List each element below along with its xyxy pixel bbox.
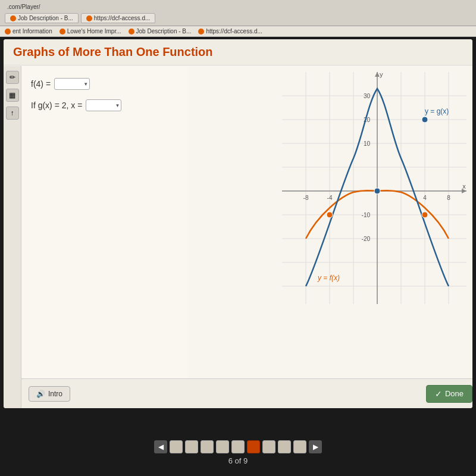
bookmark-ent-info[interactable]: ent Information — [5, 28, 52, 35]
tab-icon-1 — [10, 15, 16, 21]
nav-dot-6[interactable] — [247, 440, 260, 453]
svg-text:-8: -8 — [303, 195, 309, 201]
prev-button[interactable]: ◀ — [154, 440, 167, 453]
bookmarks-bar: ent Information Lowe's Home Impr... Job … — [0, 26, 476, 37]
bookmark-label-4: https://dcf-access.d... — [206, 28, 262, 35]
question-f4: f(4) = 5 10 -10 ▼ — [31, 78, 178, 90]
svg-point-35 — [327, 212, 333, 218]
tab-job-description[interactable]: Job Description - B... — [5, 13, 79, 23]
f4-dropdown-wrapper[interactable]: 5 10 -10 ▼ — [54, 78, 90, 90]
nav-dot-1[interactable] — [170, 440, 183, 453]
tab-label-1: Job Description - B... — [18, 15, 73, 21]
browser-tabs: Job Description - B... https://dcf-acces… — [5, 11, 471, 23]
bookmark-icon-3 — [129, 29, 134, 35]
bottom-bar: 🔊 Intro ✓ Done — [21, 378, 472, 408]
calculator-button[interactable]: ▦ — [6, 89, 19, 102]
svg-point-33 — [422, 117, 428, 123]
svg-point-34 — [422, 212, 428, 218]
calculator-icon: ▦ — [9, 91, 15, 99]
svg-text:-10: -10 — [362, 212, 371, 218]
question-gx: If g(x) = 2, x = 0 1 -1 ▼ — [31, 99, 178, 111]
bookmark-dcf[interactable]: https://dcf-access.d... — [198, 28, 262, 35]
bookmark-lowes[interactable]: Lowe's Home Impr... — [60, 28, 121, 35]
screen-content: Graphs of More Than One Function ✏ ▦ ↑ f… — [4, 39, 472, 408]
tab-icon-2 — [86, 15, 92, 21]
svg-text:y = g(x): y = g(x) — [425, 107, 449, 115]
next-button[interactable]: ▶ — [309, 440, 322, 453]
svg-text:y = f(x): y = f(x) — [317, 274, 340, 282]
question-gx-label: If g(x) = 2, x = 0 1 -1 ▼ — [31, 99, 178, 111]
bookmark-label-3: Job Description - B... — [136, 28, 192, 35]
done-button[interactable]: ✓ Done — [426, 385, 472, 403]
pencil-button[interactable]: ✏ — [6, 71, 19, 84]
nav-dot-2[interactable] — [185, 440, 198, 453]
svg-text:8: 8 — [447, 195, 450, 201]
page-indicator: 6 of 9 — [228, 456, 248, 465]
page-title-bar: Graphs of More Than One Function — [4, 39, 472, 65]
nav-dot-5[interactable] — [231, 440, 245, 453]
bookmark-label-1: ent Information — [12, 28, 52, 35]
question-f4-label: f(4) = 5 10 -10 ▼ — [31, 78, 178, 90]
url-bar[interactable]: .com/Player/ — [7, 4, 40, 10]
f4-text: f(4) = — [31, 79, 51, 89]
bookmark-label-2: Lowe's Home Impr... — [67, 28, 121, 35]
page-title: Graphs of More Than One Function — [13, 45, 213, 58]
graph-area: -8 -4 4 8 x 30 20 10 -10 -20 y — [188, 66, 472, 378]
intro-label: Intro — [48, 390, 62, 398]
f4-select[interactable]: 5 10 -10 — [54, 78, 90, 90]
svg-text:-4: -4 — [327, 195, 333, 201]
bookmark-icon-4 — [198, 29, 204, 35]
nav-dot-7[interactable] — [262, 440, 275, 453]
up-arrow-button[interactable]: ↑ — [6, 107, 19, 120]
tab-dcf-access[interactable]: https://dcf-access.d... — [81, 13, 155, 23]
graph-svg: -8 -4 4 8 x 30 20 10 -10 -20 y — [270, 66, 472, 316]
bookmark-job-desc[interactable]: Job Description - B... — [129, 28, 192, 35]
gx-select[interactable]: 0 1 -1 — [86, 99, 121, 111]
svg-text:10: 10 — [364, 140, 371, 147]
nav-dot-8[interactable] — [278, 440, 291, 453]
up-arrow-icon: ↑ — [11, 109, 14, 117]
nav-dot-3[interactable] — [201, 440, 214, 453]
bookmark-icon-1 — [5, 29, 11, 35]
left-panel: f(4) = 5 10 -10 ▼ If g(x) = 2, x = — [21, 66, 188, 378]
svg-text:y: y — [380, 71, 383, 78]
nav-dot-9[interactable] — [293, 440, 306, 453]
left-toolbar: ✏ ▦ ↑ — [4, 66, 21, 408]
tab-label-2: https://dcf-access.d... — [94, 15, 150, 21]
svg-text:4: 4 — [423, 195, 427, 201]
svg-text:x: x — [462, 183, 466, 190]
gx-dropdown-wrapper[interactable]: 0 1 -1 ▼ — [86, 99, 121, 111]
intro-button[interactable]: 🔊 Intro — [29, 386, 70, 402]
svg-point-32 — [374, 188, 380, 194]
done-label: Done — [445, 389, 464, 398]
svg-text:30: 30 — [364, 93, 371, 99]
svg-text:-20: -20 — [362, 236, 371, 242]
browser-chrome: .com/Player/ Job Description - B... http… — [0, 0, 476, 26]
bookmark-icon-2 — [60, 29, 65, 35]
intro-speaker-icon: 🔊 — [36, 390, 45, 398]
nav-dot-4[interactable] — [216, 440, 229, 453]
gx-text: If g(x) = 2, x = — [31, 101, 82, 110]
nav-bar: ◀ ▶ — [0, 440, 476, 453]
pencil-icon: ✏ — [10, 73, 15, 82]
lesson-area: f(4) = 5 10 -10 ▼ If g(x) = 2, x = — [21, 66, 472, 378]
done-check-icon: ✓ — [435, 389, 442, 399]
